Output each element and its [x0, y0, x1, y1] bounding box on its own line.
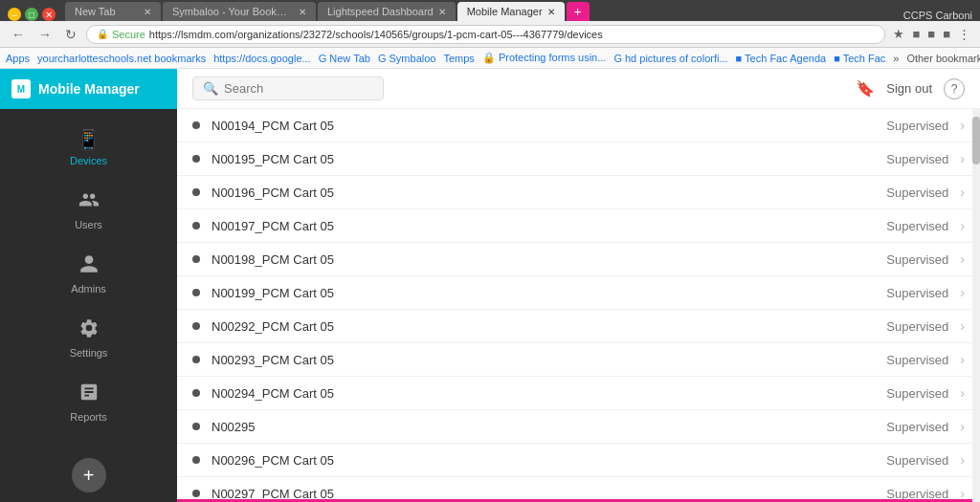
device-row[interactable]: N00195_PCM Cart 05 Supervised ›: [177, 142, 980, 176]
device-dot: [192, 121, 200, 129]
back-button[interactable]: ←: [8, 25, 29, 44]
sidebar-bottom: +: [0, 448, 177, 502]
topbar-right: 🔖 Sign out ?: [856, 78, 965, 99]
scrollbar-thumb[interactable]: [972, 117, 980, 164]
temps-bookmark[interactable]: Temps: [443, 53, 474, 64]
sidebar-item-users[interactable]: Users: [0, 180, 177, 240]
extension-icon3[interactable]: ■: [941, 25, 952, 43]
tab-symbaloo[interactable]: Symbaloo - Your Bookm... ✕: [163, 2, 316, 21]
symbaloo-bookmark[interactable]: G Symbaloo: [378, 53, 436, 64]
tab-close-icon[interactable]: ✕: [144, 7, 151, 17]
chevron-right-icon: ›: [960, 318, 965, 334]
tab-new-tab[interactable]: New Tab ✕: [65, 2, 161, 21]
user-label: CCPS Carboni: [903, 10, 972, 21]
other-bookmarks-label[interactable]: Other bookmarks: [906, 53, 980, 64]
device-dot: [192, 423, 200, 430]
admins-label: Admins: [71, 283, 106, 295]
star-icon[interactable]: ★: [891, 25, 906, 43]
users-label: Users: [75, 219, 102, 230]
bookmark-icon[interactable]: 🔖: [856, 79, 875, 98]
device-name: N00199_PCM Cart 05: [212, 286, 886, 300]
refresh-button[interactable]: ↻: [61, 25, 80, 44]
new-tab-icon: +: [573, 4, 581, 19]
minimize-button[interactable]: –: [8, 8, 21, 21]
techfac-agenda-bookmark[interactable]: ■ Tech Fac Agenda: [736, 53, 827, 64]
tab-mobile-manager[interactable]: Mobile Manager ✕: [457, 2, 565, 21]
tab-new[interactable]: +: [567, 2, 590, 21]
docs-bookmark[interactable]: https://docs.google...: [213, 53, 311, 64]
device-status: Supervised: [886, 252, 948, 267]
tab-label: New Tab: [75, 6, 116, 17]
signout-button[interactable]: Sign out: [886, 81, 932, 96]
device-row[interactable]: N00198_PCM Cart 05 Supervised ›: [177, 243, 980, 276]
device-status: Supervised: [886, 286, 948, 300]
device-status: Supervised: [886, 386, 948, 401]
add-button[interactable]: +: [72, 458, 106, 492]
sidebar-nav: 📱 Devices Users Admins Settings: [0, 109, 177, 432]
device-row[interactable]: N00194_PCM Cart 05 Supervised ›: [177, 109, 980, 142]
device-name: N00295: [212, 420, 886, 434]
techfac-bookmark[interactable]: ■ Tech Fac: [834, 53, 885, 64]
maximize-button[interactable]: □: [25, 8, 38, 21]
app-logo: M: [11, 79, 31, 98]
device-status: Supervised: [886, 319, 948, 334]
device-row[interactable]: N00196_PCM Cart 05 Supervised ›: [177, 176, 980, 209]
help-button[interactable]: ?: [944, 78, 965, 99]
apps-bookmark[interactable]: Apps: [6, 53, 30, 64]
hd-bookmark[interactable]: G hd pictures of colorfi...: [613, 53, 727, 64]
tab-lightspeed[interactable]: Lightspeed Dashboard ✕: [318, 2, 456, 21]
extension-icon2[interactable]: ■: [925, 25, 937, 43]
close-button[interactable]: ✕: [42, 8, 56, 21]
chevron-right-icon: ›: [960, 185, 965, 200]
device-row[interactable]: N00197_PCM Cart 05 Supervised ›: [177, 209, 980, 243]
device-row[interactable]: N00296_PCM Cart 05 Supervised ›: [177, 444, 980, 477]
device-row[interactable]: N00295 Supervised ›: [177, 410, 980, 444]
device-dot: [192, 289, 200, 296]
sidebar-item-devices[interactable]: 📱 Devices: [0, 119, 177, 176]
forward-button[interactable]: →: [34, 25, 56, 44]
chevron-right-icon: ›: [960, 452, 965, 468]
device-dot: [192, 322, 200, 330]
topbar: 🔍 🔖 Sign out ?: [177, 69, 980, 109]
newtab-bookmark[interactable]: G New Tab: [319, 53, 370, 64]
address-bar[interactable]: 🔒 Secure https://lsmdm.com/organizations…: [86, 25, 885, 44]
tab-close-icon[interactable]: ✕: [438, 7, 446, 17]
search-box[interactable]: 🔍: [192, 76, 384, 100]
device-list: N00194_PCM Cart 05 Supervised › N00195_P…: [177, 109, 980, 502]
device-row[interactable]: N00199_PCM Cart 05 Supervised ›: [177, 276, 980, 310]
device-row[interactable]: N00293_PCM Cart 05 Supervised ›: [177, 343, 980, 377]
device-dot: [192, 356, 200, 363]
charlotte-bookmark[interactable]: yourcharlotteschools.net bookmarks: [37, 53, 206, 64]
device-status: Supervised: [886, 353, 948, 367]
chevron-right-icon: ›: [960, 285, 965, 300]
chevron-right-icon: ›: [960, 352, 965, 367]
device-dot: [192, 255, 200, 263]
scrollbar-track[interactable]: [972, 109, 980, 502]
sidebar-item-admins[interactable]: Admins: [0, 244, 177, 304]
device-dot: [192, 188, 200, 196]
sidebar-header: M Mobile Manager: [0, 69, 177, 109]
browser-extra-icons: ★ ■ ■ ■ ⋮: [891, 25, 972, 43]
device-dot: [192, 490, 200, 497]
tab-close-icon[interactable]: ✕: [299, 7, 306, 17]
protect-bookmark[interactable]: 🔒 Protecting forms usin...: [482, 52, 607, 64]
bookmarks-bar: Apps yourcharlotteschools.net bookmarks …: [0, 48, 980, 69]
device-dot: [192, 222, 200, 229]
device-status: Supervised: [886, 219, 948, 233]
sidebar-item-reports[interactable]: Reports: [0, 372, 177, 432]
chevron-right-icon: ›: [960, 118, 965, 133]
secure-label: Secure: [112, 29, 145, 40]
search-input[interactable]: [224, 81, 358, 96]
menu-icon[interactable]: ⋮: [956, 25, 972, 43]
sidebar-item-settings[interactable]: Settings: [0, 308, 177, 368]
chevron-right-icon: ›: [960, 218, 965, 233]
device-name: N00296_PCM Cart 05: [212, 453, 886, 468]
other-bookmarks[interactable]: »: [893, 53, 899, 64]
extension-icon1[interactable]: ■: [910, 25, 922, 43]
device-row[interactable]: N00294_PCM Cart 05 Supervised ›: [177, 377, 980, 410]
chevron-right-icon: ›: [960, 251, 965, 267]
device-row[interactable]: N00292_PCM Cart 05 Supervised ›: [177, 310, 980, 343]
main-content: 🔍 🔖 Sign out ? N00194_PCM Cart 05 Superv…: [177, 69, 980, 502]
tab-close-icon[interactable]: ✕: [547, 7, 555, 17]
device-status: Supervised: [886, 119, 948, 133]
